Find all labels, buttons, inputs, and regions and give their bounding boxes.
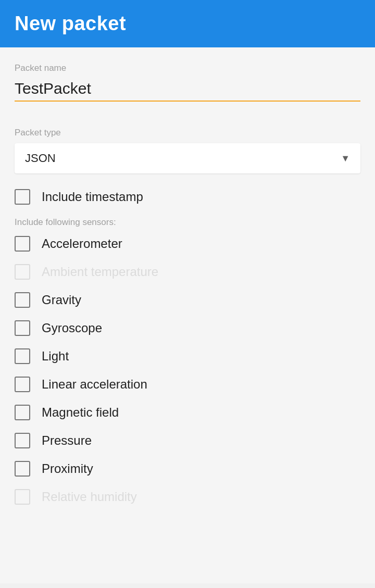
light-checkbox[interactable] xyxy=(15,348,30,364)
accelerometer-checkbox[interactable] xyxy=(15,236,30,252)
proximity-label: Proximity xyxy=(42,461,93,476)
sensor-row-magnetic-field[interactable]: Magnetic field xyxy=(15,405,360,420)
include-timestamp-row[interactable]: Include timestamp xyxy=(15,189,360,205)
sensor-row-relative-humidity: Relative humidity xyxy=(15,489,360,505)
accelerometer-label: Accelerometer xyxy=(42,236,122,251)
light-label: Light xyxy=(42,349,69,364)
magnetic-field-label: Magnetic field xyxy=(42,405,119,420)
sensor-row-gyroscope[interactable]: Gyroscope xyxy=(15,320,360,336)
sensor-row-linear-acceleration[interactable]: Linear acceleration xyxy=(15,377,360,392)
chevron-down-icon: ▼ xyxy=(341,153,350,164)
main-content: Packet name Packet type JSON ▼ Include t… xyxy=(0,47,375,583)
gravity-label: Gravity xyxy=(42,293,81,307)
gyroscope-label: Gyroscope xyxy=(42,321,102,335)
linear-acceleration-checkbox[interactable] xyxy=(15,377,30,392)
sensor-row-proximity[interactable]: Proximity xyxy=(15,461,360,477)
app-header: New packet xyxy=(0,0,375,47)
packet-type-section: Packet type JSON ▼ xyxy=(15,128,360,173)
sensor-row-gravity[interactable]: Gravity xyxy=(15,292,360,308)
proximity-checkbox[interactable] xyxy=(15,461,30,477)
sensor-row-ambient-temperature: Ambient temperature xyxy=(15,264,360,280)
packet-type-dropdown[interactable]: JSON ▼ xyxy=(15,143,360,173)
pressure-checkbox[interactable] xyxy=(15,433,30,448)
packet-type-value: JSON xyxy=(25,152,56,165)
gyroscope-checkbox[interactable] xyxy=(15,320,30,336)
packet-type-label: Packet type xyxy=(15,128,360,138)
include-timestamp-checkbox[interactable] xyxy=(15,189,30,205)
sensors-section-label: Include following sensors: xyxy=(15,217,360,228)
ambient-temperature-checkbox xyxy=(15,264,30,280)
sensor-row-pressure[interactable]: Pressure xyxy=(15,433,360,448)
packet-name-input[interactable] xyxy=(15,78,360,102)
gravity-checkbox[interactable] xyxy=(15,292,30,308)
pressure-label: Pressure xyxy=(42,433,92,448)
packet-name-section: Packet name xyxy=(15,63,360,115)
include-timestamp-label: Include timestamp xyxy=(42,190,143,204)
ambient-temperature-label: Ambient temperature xyxy=(42,265,158,279)
linear-acceleration-label: Linear acceleration xyxy=(42,377,147,392)
sensor-row-accelerometer[interactable]: Accelerometer xyxy=(15,236,360,252)
packet-name-label: Packet name xyxy=(15,63,360,73)
magnetic-field-checkbox[interactable] xyxy=(15,405,30,420)
relative-humidity-checkbox xyxy=(15,489,30,505)
sensor-row-light[interactable]: Light xyxy=(15,348,360,364)
relative-humidity-label: Relative humidity xyxy=(42,490,137,504)
page-title: New packet xyxy=(15,12,126,34)
